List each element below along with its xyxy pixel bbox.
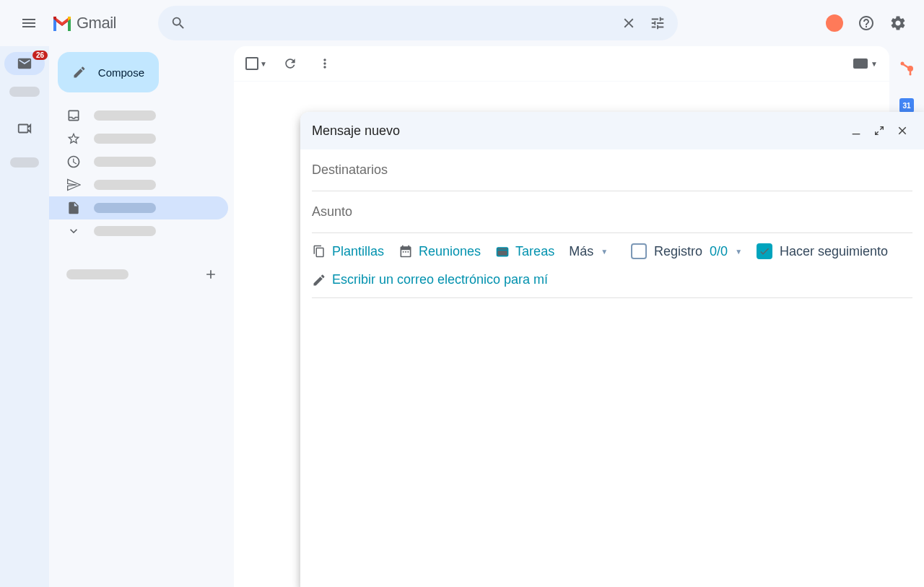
nav-inbox[interactable] — [49, 104, 228, 127]
nav-more[interactable] — [49, 219, 228, 243]
rail-meet[interactable] — [7, 111, 42, 146]
log-checkbox[interactable] — [631, 243, 647, 259]
left-rail: 26 — [0, 46, 49, 587]
tasks-button[interactable]: Tareas — [495, 244, 554, 259]
sidebar: Compose — [49, 46, 234, 587]
nav-label-placeholder — [94, 226, 156, 236]
close-icon — [896, 124, 909, 137]
track-group[interactable]: Hacer seguimiento — [757, 243, 888, 259]
close-button[interactable] — [892, 121, 912, 141]
gmail-logo[interactable]: Gmail — [52, 14, 116, 32]
recipients-placeholder: Destinatarios — [312, 162, 388, 178]
hubspot-indicator[interactable] — [820, 9, 849, 38]
search-input[interactable] — [193, 17, 614, 30]
log-count: 0/0 — [710, 244, 728, 259]
caret-down-icon: ▼ — [260, 60, 267, 68]
mail-icon — [17, 56, 32, 71]
close-icon — [621, 15, 637, 31]
more-vert-icon — [318, 56, 332, 71]
help-icon — [858, 14, 875, 32]
more-dropdown[interactable]: Más ▼ — [569, 244, 608, 259]
hubspot-badge-icon — [826, 14, 843, 32]
refresh-icon — [283, 56, 297, 71]
subject-field[interactable]: Asunto — [312, 191, 912, 233]
rail-placeholder — [9, 87, 40, 97]
main-menu-button[interactable] — [12, 6, 46, 40]
toolbar-right: ▼ — [853, 58, 878, 69]
svg-rect-3 — [497, 248, 508, 256]
minimize-icon — [850, 125, 862, 136]
check-icon — [759, 245, 770, 257]
toolbar-left: ▼ — [245, 52, 336, 75]
gmail-icon — [52, 15, 72, 31]
compose-label: Compose — [98, 66, 144, 79]
track-label: Hacer seguimiento — [780, 244, 888, 259]
minimize-button[interactable] — [846, 121, 866, 141]
fullscreen-button[interactable] — [869, 121, 889, 141]
gmail-text: Gmail — [77, 14, 116, 32]
templates-icon — [312, 244, 326, 258]
inbox-icon — [66, 108, 81, 123]
nav-label-placeholder — [94, 203, 156, 213]
nav-label-placeholder — [94, 180, 156, 190]
section-label-placeholder — [66, 269, 128, 279]
video-icon — [17, 121, 32, 136]
track-checkbox[interactable] — [757, 243, 772, 259]
right-rail: 31 — [889, 46, 924, 116]
rail-placeholder — [10, 157, 39, 168]
calendar-icon: 31 — [899, 98, 914, 113]
pencil-icon — [72, 64, 87, 81]
nav-label-placeholder — [94, 110, 156, 121]
search-bar[interactable] — [158, 6, 678, 40]
caret-down-icon: ▼ — [735, 248, 742, 256]
compose-button[interactable]: Compose — [58, 52, 159, 92]
refresh-button[interactable] — [279, 52, 302, 75]
input-method-button[interactable]: ▼ — [853, 58, 878, 69]
nav-label-placeholder — [94, 134, 156, 144]
clear-search-button[interactable] — [614, 9, 643, 38]
hubspot-toolbar: Plantillas Reuniones Tareas Más ▼ Regist… — [312, 233, 912, 298]
caret-down-icon: ▼ — [601, 248, 608, 256]
gear-icon — [889, 14, 907, 32]
compose-controls — [846, 121, 912, 141]
hubspot-icon — [898, 59, 915, 77]
keyboard-icon — [853, 58, 868, 69]
select-all-combo[interactable]: ▼ — [245, 57, 267, 70]
rail-hubspot[interactable] — [897, 58, 917, 78]
expand-icon — [873, 125, 885, 136]
search-button[interactable] — [164, 9, 193, 38]
hamburger-icon — [20, 14, 38, 32]
search-icon — [170, 15, 186, 31]
star-icon — [66, 131, 81, 146]
search-options-button[interactable] — [643, 9, 672, 38]
help-button[interactable] — [852, 9, 881, 38]
caret-down-icon: ▼ — [871, 60, 878, 68]
nav-starred[interactable] — [49, 127, 228, 150]
svg-point-2 — [910, 74, 912, 76]
file-icon — [66, 201, 81, 215]
rail-mail[interactable]: 26 — [4, 52, 45, 75]
calendar-small-icon — [398, 244, 413, 258]
labels-section — [49, 266, 234, 283]
meetings-button[interactable]: Reuniones — [398, 244, 481, 259]
nav-sent[interactable] — [49, 173, 228, 196]
compose-title: Mensaje nuevo — [312, 123, 400, 139]
nav-snoozed[interactable] — [49, 150, 228, 173]
mail-toolbar: ▼ ▼ — [234, 46, 889, 81]
add-label-button[interactable] — [202, 266, 219, 283]
write-email-button[interactable]: Escribir un correo electrónico para mí — [312, 272, 912, 287]
mail-badge: 26 — [32, 51, 48, 60]
tune-icon — [650, 15, 666, 31]
subject-placeholder: Asunto — [312, 204, 352, 219]
nav-drafts[interactable] — [49, 196, 228, 219]
templates-button[interactable]: Plantillas — [312, 244, 384, 259]
more-button[interactable] — [313, 52, 336, 75]
settings-button[interactable] — [884, 9, 912, 38]
compose-header[interactable]: Mensaje nuevo — [300, 112, 924, 149]
log-group[interactable]: Registro 0/0 ▼ — [631, 243, 742, 259]
recipients-field[interactable]: Destinatarios — [312, 149, 912, 191]
send-icon — [66, 178, 81, 192]
edit-icon — [312, 273, 326, 287]
clock-icon — [66, 155, 81, 169]
header: Gmail — [0, 0, 924, 46]
